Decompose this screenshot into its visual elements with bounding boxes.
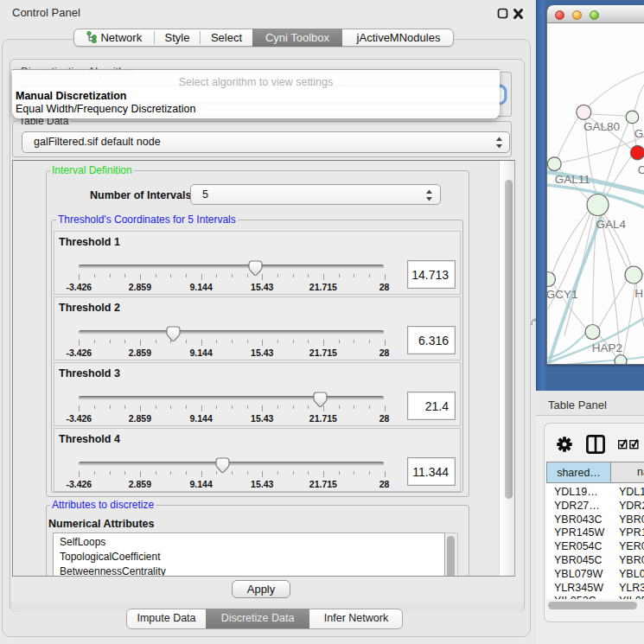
svg-text:C: C (638, 163, 644, 176)
svg-text:GAL11: GAL11 (555, 173, 590, 186)
svg-text:H: H (634, 287, 643, 300)
svg-text:HAP2: HAP2 (592, 341, 622, 354)
svg-text:GAL80: GAL80 (583, 120, 620, 133)
svg-text:GA: GA (634, 127, 644, 140)
svg-text:GCY1: GCY1 (547, 288, 577, 301)
svg-text:GAL4: GAL4 (596, 218, 626, 231)
